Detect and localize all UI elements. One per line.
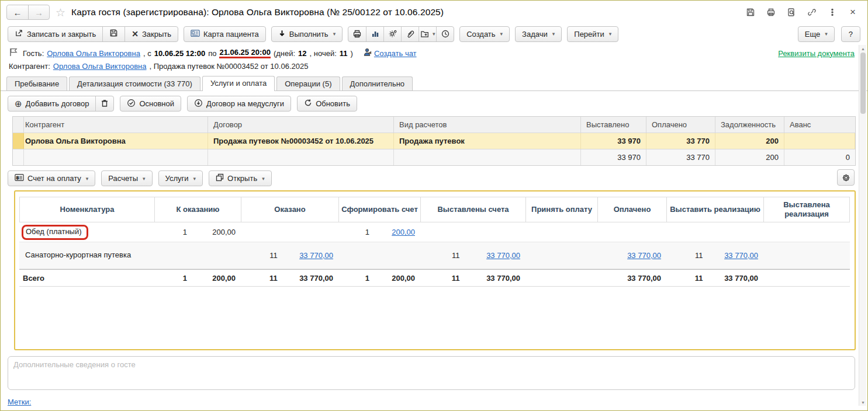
qty: 11 [245,274,278,283]
sum-link[interactable]: 33 770,00 [703,251,760,260]
guest-name-link[interactable]: Орлова Ольга Викторовна [47,49,140,58]
col-contragent[interactable]: Контрагент [20,117,208,133]
title-bar: ← → ☆ Карта гостя (зарегистрирована): Ор… [1,1,867,24]
quick-actions-strip: ▾ [348,26,454,42]
tab-stay[interactable]: Пребывание [6,76,67,90]
cell-paid[interactable]: 33 770 [646,133,715,149]
refresh-button[interactable]: Обновить [297,96,357,112]
col-contract[interactable]: Договор [208,117,394,133]
col-calc-type[interactable]: Вид расчетов [394,117,581,133]
settings-gears-button[interactable] [383,27,401,41]
col-to-provide[interactable]: К оказанию [155,197,241,222]
med-contract-button[interactable]: Договор на медуслуги [187,96,291,112]
close-window-icon[interactable]: × [848,7,858,18]
tags-link[interactable]: Метки: [8,398,31,406]
service-row-lunch[interactable]: Обед (платный) 1200,00 1200,00 [19,222,850,242]
attachments-button[interactable] [401,27,419,41]
tasks-button[interactable]: Задачи ▾ [515,26,562,42]
counterparty-info-line: Контрагент: Орлова Ольга Викторовна , Пр… [1,60,867,72]
save-button[interactable] [102,27,125,41]
total-debt: 200 [715,149,784,165]
favorite-star-icon[interactable]: ☆ [56,6,65,19]
tab-services-payment[interactable]: Услуги и оплата [202,76,275,91]
col-form-invoice[interactable]: Сформировать счет [339,197,421,222]
service-row-voucher[interactable]: Санаторно-курортная путевка 1133 770,00 … [19,242,850,269]
guest-sep: по [208,49,216,58]
document-requisites-link[interactable]: Реквизиты документа [778,49,855,58]
create-chat-link[interactable]: Создать чат [374,49,417,58]
cell-advance[interactable] [784,133,855,149]
tab-additional[interactable]: Дополнительно [342,76,413,90]
sum-link[interactable]: 33 770,00 [459,251,523,260]
reports-chart-button[interactable] [366,27,383,41]
more-button[interactable]: Еще ▾ [798,26,835,42]
get-link-icon[interactable] [807,7,817,18]
preview-icon[interactable] [786,7,797,18]
chat-person-icon [363,48,372,58]
print-icon[interactable] [766,7,776,18]
help-button[interactable]: ? [841,26,860,42]
main-contract-button[interactable]: Основной [120,96,181,112]
services-menu-button[interactable]: Услуги ▾ [158,170,203,186]
col-advance[interactable]: Аванс [784,117,855,133]
close-button[interactable]: ✕ Закрыть [125,27,178,41]
patient-card-button[interactable]: Карта пациента [184,26,266,42]
cell-contract[interactable]: Продажа путевок №00003452 от 10.06.2025 [208,133,394,149]
sum: 33 770,00 [624,274,663,283]
tab-operations[interactable]: Операции (5) [276,76,340,90]
create-button[interactable]: Создать ▾ [459,26,510,42]
table-settings-button[interactable] [837,169,855,186]
more-menu-icon[interactable] [827,7,838,18]
contract-row[interactable]: Орлова Ольга Викторовна Продажа путевок … [13,133,855,149]
col-paid[interactable]: Оплачено [646,117,715,133]
forward-button[interactable]: → [28,5,49,19]
sum-link[interactable]: 33 770,00 [624,251,663,260]
scroll-thumb[interactable] [860,53,866,114]
services-menu-label: Услуги [165,174,189,183]
add-folder-button[interactable]: ▾ [419,27,436,41]
open-button[interactable]: Открыть ▾ [209,170,272,186]
qty: 1 [158,228,187,236]
history-button[interactable] [436,27,454,41]
close-label: Закрыть [142,30,171,39]
col-issued-realization[interactable]: Выставлена реализация [764,197,850,222]
counterparty-name-link[interactable]: Орлова Ольга Викторовна [53,62,147,71]
col-accept-payment[interactable]: Принять оплату [526,197,598,222]
back-button[interactable]: ← [7,5,28,19]
execute-button[interactable]: Выполнить ▾ [271,26,343,42]
col-invoices-issued[interactable]: Выставлены счета [421,197,526,222]
sum-link[interactable]: 33 770,00 [278,251,336,260]
scroll-up-arrow[interactable]: ▲ [859,45,867,52]
cell-billed[interactable]: 33 970 [581,133,646,149]
contracts-table: Контрагент Договор Вид расчетов Выставле… [12,116,856,166]
cell-debt[interactable]: 200 [715,133,784,149]
vertical-scrollbar[interactable]: ▲ ▼ [859,45,866,406]
print-button[interactable] [348,27,366,41]
scroll-down-arrow[interactable]: ▼ [859,399,867,406]
cell-contragent[interactable]: Орлова Ольга Викторовна [20,133,208,149]
save-and-close-label: Записать и закрыть [27,30,96,39]
help-label: ? [849,30,853,39]
col-nomenclature[interactable]: Номенклатура [19,197,155,222]
service-name: Санаторно-курортная путевка [19,248,155,263]
col-issue-realization[interactable]: Выставить реализацию [667,197,764,222]
invoice-button[interactable]: $ Счет на оплату ▾ [8,170,95,186]
go-to-button[interactable]: Перейти ▾ [567,26,618,42]
tab-cost-details[interactable]: Детализация стоимости (33 770) [69,76,200,90]
col-paid[interactable]: Оплачено [598,197,667,222]
cell-calc-type[interactable]: Продажа путевок [394,133,581,149]
calculations-button[interactable]: Расчеты ▾ [101,170,152,186]
save-icon[interactable] [745,7,756,18]
col-billed[interactable]: Выставлено [581,117,646,133]
add-contract-button[interactable]: ⊕ Добавить договор [8,96,95,111]
col-debt[interactable]: Задолженность [715,117,784,133]
med-contract-label: Договор на медуслуги [206,99,284,108]
guest-notes-input[interactable] [8,356,855,390]
sum: 33 770,00 [703,274,760,283]
qty: 11 [424,251,459,260]
counterparty-label: Контрагент: [9,62,50,71]
delete-contract-button[interactable] [95,96,113,111]
save-and-close-button[interactable]: Записать и закрыть [8,27,102,41]
col-provided[interactable]: Оказано [241,197,339,222]
sum-link[interactable]: 200,00 [369,228,417,236]
